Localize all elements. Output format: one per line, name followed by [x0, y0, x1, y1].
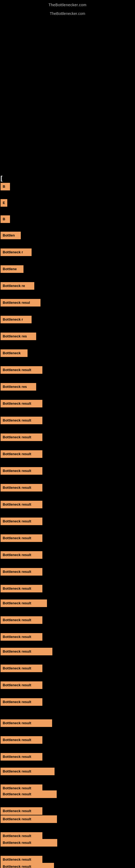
result-block: Bottleneck result: [1, 736, 42, 744]
result-block: Bottleneck result: [1, 863, 54, 868]
result-block: Bottleneck result: [1, 416, 42, 424]
bracket-label: [: [1, 175, 2, 182]
result-block: Bottleneck result: [1, 585, 42, 592]
result-block: Bottleneck result: [1, 768, 54, 775]
result-block: Bottleneck result: [1, 839, 57, 846]
result-block: Bottleneck result: [1, 568, 42, 576]
result-block: Bottleneck result: [1, 518, 42, 525]
result-block: Bottleneck result: [1, 815, 57, 823]
result-block: Bottleneck result: [1, 534, 42, 542]
result-block: Bottlene: [1, 265, 24, 273]
result-block: Bottleneck result: [1, 467, 42, 475]
result-block: Bottleneck: [1, 349, 28, 357]
result-block: Bottleneck result: [1, 856, 42, 863]
result-block: Bottleneck result: [1, 832, 42, 840]
result-block: Bottleneck result: [1, 599, 47, 607]
result-block: B: [1, 183, 10, 190]
result-block: Bottleneck resul: [1, 299, 41, 307]
result-block: Bottleneck result: [1, 681, 42, 689]
result-block: Bottleneck result: [1, 484, 42, 492]
result-block: Bottleneck result: [1, 633, 42, 641]
site-title-bar: TheBottlenecker.com: [0, 9, 135, 18]
result-block: Bottleneck result: [1, 501, 42, 508]
result-block: Bottleneck result: [1, 664, 42, 672]
result-block: Bottleneck result: [1, 753, 42, 761]
result-block: Bottleneck result: [1, 698, 42, 706]
result-block: Bottleneck result: [1, 719, 52, 727]
result-block: Bottleneck result: [1, 790, 57, 798]
result-block: B: [1, 215, 10, 223]
result-block: Bottleneck r: [1, 316, 32, 323]
result-block: Bottleneck result: [1, 648, 52, 655]
result-block: Bottlen: [1, 231, 21, 239]
result-block: Bottleneck result: [1, 807, 42, 815]
result-block: Bottleneck re: [1, 282, 34, 290]
result-block: E: [1, 199, 7, 207]
result-block: Bottleneck result: [1, 551, 42, 559]
result-block: Bottleneck res: [1, 383, 36, 391]
site-title: TheBottlenecker.com: [0, 0, 135, 9]
result-block: Bottleneck res: [1, 333, 36, 340]
result-block: Bottleneck r: [1, 248, 32, 256]
result-block: Bottleneck result: [1, 400, 42, 407]
result-block: Bottleneck result: [1, 433, 42, 441]
result-block: Bottleneck result: [1, 450, 42, 458]
result-block: Bottleneck result: [1, 616, 42, 624]
result-block: Bottleneck result: [1, 366, 42, 374]
